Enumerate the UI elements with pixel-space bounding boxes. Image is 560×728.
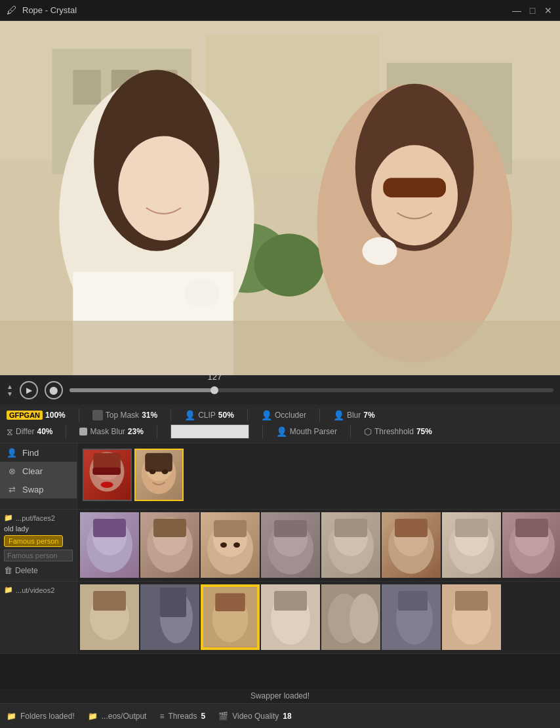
maximize-button[interactable]: □	[527, 5, 538, 16]
folder-thumb-v7[interactable]	[442, 584, 501, 650]
mouth-parser-control[interactable]: 👤 Mouth Parser	[276, 426, 337, 437]
differ-control[interactable]: ⧖ Differ 40%	[7, 426, 52, 437]
svg-rect-50	[395, 519, 428, 537]
folder-thumb-v6[interactable]	[382, 584, 441, 650]
minimize-button[interactable]: —	[511, 5, 522, 16]
timeline[interactable]: 127	[70, 384, 553, 397]
mask-blur-icon	[79, 428, 87, 435]
titlebar: 🖊 Rope - Crystal — □ ✕	[0, 0, 560, 21]
delete-button[interactable]: 🗑 Delete	[4, 564, 73, 576]
swap-label: Swap	[22, 485, 44, 495]
svg-rect-74	[398, 591, 428, 611]
top-mask-label: Top Mask	[106, 411, 139, 420]
svg-point-29	[150, 469, 155, 474]
swap-button[interactable]: ⇄ Swap	[0, 480, 77, 498]
fface5	[321, 512, 380, 578]
face-thumb-1[interactable]	[83, 449, 132, 501]
separator-4	[319, 409, 320, 422]
folder-thumb-v5[interactable]	[321, 584, 380, 650]
clip-color-box[interactable]	[170, 424, 249, 439]
blur-label: Blur	[347, 411, 361, 420]
folder-thumb-f1-7[interactable]	[442, 512, 501, 578]
folder-thumb-f1-2[interactable]	[140, 512, 199, 578]
playback-bar: ▲ ▼ ⬤ 127	[0, 375, 560, 405]
folder-thumb-f1-3[interactable]	[201, 512, 260, 578]
timeline-track	[70, 388, 553, 392]
differ-label: Differ	[16, 427, 34, 436]
svg-rect-39	[214, 520, 247, 537]
titlebar-controls[interactable]: — □ ✕	[511, 5, 553, 16]
svg-point-9	[254, 233, 324, 296]
face-area	[77, 443, 560, 509]
delete-icon: 🗑	[4, 565, 12, 575]
vthumb2	[140, 584, 199, 650]
folder-thumb-v2[interactable]	[140, 584, 199, 650]
close-button[interactable]: ✕	[543, 5, 553, 16]
face-thumbs-row	[77, 443, 560, 509]
fface1	[80, 512, 139, 578]
stop-button[interactable]: ⬤	[45, 381, 63, 399]
mask-icon	[92, 410, 103, 420]
separator-3	[247, 409, 248, 422]
mask-blur-control[interactable]: Mask Blur 23%	[79, 427, 143, 436]
fface2	[140, 512, 199, 578]
folders-label: Folders loaded!	[20, 712, 75, 721]
mouth-parser-label: Mouth Parser	[290, 427, 337, 436]
person-icon-occluder: 👤	[261, 410, 272, 420]
video-quality-label: Video Quality	[232, 712, 279, 721]
video-scene	[0, 21, 560, 375]
play-button[interactable]	[20, 381, 38, 399]
folder-thumb-f1-6[interactable]	[382, 512, 441, 578]
folder-thumb-f1-1[interactable]	[80, 512, 139, 578]
mask-blur-label: Mask Blur	[90, 427, 125, 436]
clip-color-control[interactable]	[170, 424, 249, 439]
folder-thumb-f1-4[interactable]	[261, 512, 320, 578]
svg-point-19	[362, 237, 397, 266]
folder-thumb-f1-8[interactable]	[502, 512, 560, 578]
threshold-icon: ⬡	[364, 426, 372, 437]
folder-row-2: 📁 ...ut/videos2	[0, 582, 560, 654]
face-thumb-2[interactable]	[134, 449, 184, 501]
fface6	[382, 512, 441, 578]
folder-thumb-f1-5[interactable]	[321, 512, 380, 578]
vthumb6	[382, 584, 441, 650]
find-label: Find	[22, 448, 39, 458]
app-icon: 🖊	[7, 5, 17, 16]
folder-thumb-v4[interactable]	[261, 584, 320, 650]
famous-person-input[interactable]	[4, 550, 73, 561]
top-mask-control[interactable]: Top Mask 31%	[92, 410, 157, 420]
output-status: 📁 ...eos/Output	[88, 712, 147, 721]
old-lady-tag: old lady	[4, 525, 29, 533]
svg-rect-62	[160, 588, 186, 617]
occluder-control[interactable]: 👤 Occluder	[261, 410, 306, 420]
vthumb1	[80, 584, 139, 650]
svg-rect-59	[93, 591, 126, 611]
clear-label: Clear	[22, 466, 43, 476]
blur-control[interactable]: 👤 Blur 7%	[333, 410, 375, 420]
controls-row-1: GFPGAN 100% Top Mask 31% 👤 CLIP 50% 👤 Oc…	[7, 409, 553, 422]
folder-thumb-v3[interactable]	[201, 584, 260, 650]
separator-7	[262, 425, 263, 438]
gfpgan-control[interactable]: GFPGAN 100%	[7, 411, 66, 420]
svg-rect-20	[0, 321, 560, 375]
video-quality-status: 🎬 Video Quality 18	[218, 712, 292, 721]
person-icon-blur: 👤	[333, 410, 344, 420]
find-button[interactable]: 👤 Find	[0, 443, 77, 462]
threads-label: Threads	[168, 712, 197, 721]
folder-thumb-v1[interactable]	[80, 584, 139, 650]
timeline-thumb[interactable]	[210, 386, 218, 394]
gfpgan-value: 100%	[45, 411, 66, 420]
timeline-progress	[70, 388, 214, 392]
folder-2-name: 📁 ...ut/videos2	[4, 586, 73, 594]
clip-control[interactable]: 👤 CLIP 50%	[184, 410, 234, 420]
vthumb7	[442, 584, 501, 650]
svg-point-25	[101, 481, 113, 487]
clear-button[interactable]: ⊗ Clear	[0, 462, 77, 480]
controls-row-2: ⧖ Differ 40% Mask Blur 23% 👤 Mouth Parse…	[7, 424, 553, 439]
fface3	[201, 512, 260, 578]
titlebar-left: 🖊 Rope - Crystal	[7, 5, 77, 16]
svg-rect-65	[215, 594, 245, 611]
threshold-control[interactable]: ⬡ Threshhold 75%	[364, 426, 432, 437]
swap-icon: ⇄	[7, 484, 17, 495]
separator-6	[157, 425, 157, 438]
